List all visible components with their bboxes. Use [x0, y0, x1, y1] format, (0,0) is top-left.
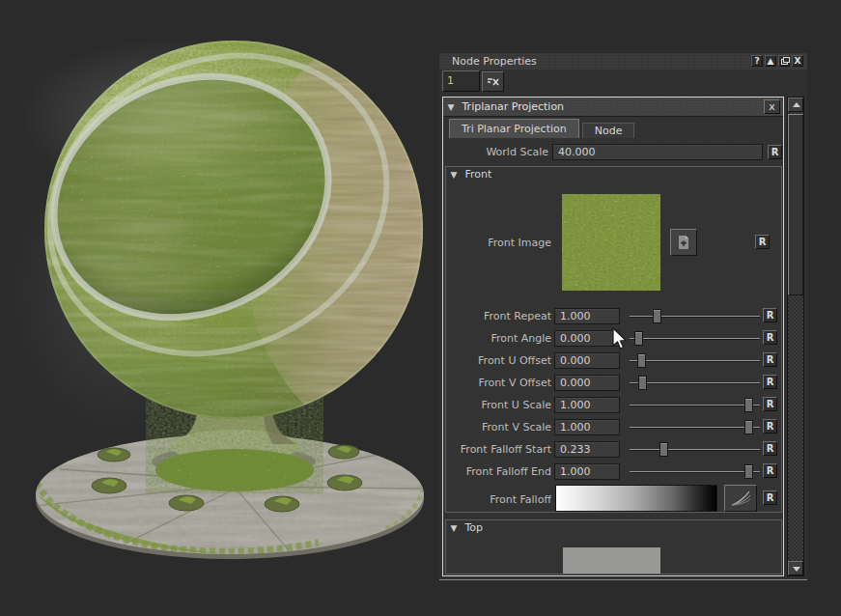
parameter-value-field[interactable]: 1.000: [554, 463, 620, 480]
material-preview-viewport[interactable]: [0, 0, 444, 616]
group-close-button[interactable]: x: [764, 99, 780, 114]
slider-handle[interactable]: [659, 442, 668, 457]
close-icon[interactable]: X: [792, 55, 803, 67]
parameter-label: Front U Scale: [446, 399, 551, 411]
scrollbar-thumb[interactable]: [788, 114, 803, 295]
parameter-slider[interactable]: [630, 420, 760, 434]
clear-selection-button[interactable]: [482, 71, 504, 92]
slider-track[interactable]: [630, 382, 760, 383]
parameter-slider[interactable]: [630, 331, 760, 346]
tab-tri-planar-projection[interactable]: Tri Planar Projection: [449, 119, 579, 138]
caret-down-icon[interactable]: ▼: [446, 167, 462, 182]
falloff-curve-button[interactable]: [724, 485, 757, 512]
scrollbar-up-button[interactable]: [788, 98, 803, 112]
maximize-icon[interactable]: ▲: [765, 55, 776, 67]
panel-title: Node Properties: [439, 55, 537, 68]
slider-handle[interactable]: [637, 353, 646, 368]
top-section-title: Top: [465, 521, 484, 534]
slider-track[interactable]: [630, 360, 760, 361]
parameter-row: Front U Offset 0.000 R: [446, 352, 783, 369]
panel-titlebar[interactable]: Node Properties ? ▲ X: [439, 53, 807, 70]
world-scale-reset-button[interactable]: R: [768, 145, 782, 159]
caret-down-icon[interactable]: ▼: [446, 520, 462, 536]
parameter-label: Front V Scale: [446, 421, 551, 434]
slider-track[interactable]: [630, 316, 760, 317]
front-image-label: Front Image: [446, 237, 551, 249]
parameter-row: Front Repeat 1.000 R: [446, 308, 783, 324]
parameter-slider[interactable]: [630, 442, 760, 457]
parameter-label: Front Falloff Start: [446, 443, 551, 456]
restore-icon[interactable]: [778, 55, 790, 67]
parameter-value-field[interactable]: 1.000: [554, 419, 620, 435]
world-scale-field[interactable]: 40.000: [552, 144, 763, 160]
parameter-label: Front U Offset: [446, 354, 551, 367]
slider-handle[interactable]: [634, 331, 643, 346]
parameter-reset-button[interactable]: R: [763, 441, 777, 456]
parameter-reset-button[interactable]: R: [763, 463, 777, 478]
parameter-value-field[interactable]: 0.000: [554, 352, 620, 369]
front-image-reset-button[interactable]: R: [755, 235, 770, 249]
parameter-reset-button[interactable]: R: [763, 330, 777, 345]
scrollbar-down-button[interactable]: [788, 561, 803, 575]
parameter-label: Front Falloff End: [446, 465, 551, 478]
slider-track[interactable]: [630, 471, 760, 472]
preview-sphere: [2, 3, 444, 444]
front-falloff-gradient[interactable]: [555, 485, 717, 512]
parameter-row: Front V Scale 1.000 R: [446, 419, 783, 435]
parameter-label: Front Repeat: [446, 310, 551, 322]
help-icon[interactable]: ?: [751, 55, 763, 67]
slider-track[interactable]: [630, 338, 760, 339]
tab-bar: Tri Planar Projection Node: [449, 120, 634, 138]
front-section-header[interactable]: ▼ Front: [446, 167, 781, 182]
parameter-slider[interactable]: [630, 376, 760, 390]
parameter-label: Front V Offset: [446, 377, 551, 389]
parameter-slider[interactable]: [630, 398, 760, 412]
front-image-thumbnail[interactable]: [562, 194, 660, 291]
parameter-reset-button[interactable]: R: [763, 352, 777, 367]
node-index-field[interactable]: 1: [442, 70, 480, 92]
clear-list-icon: [487, 76, 500, 88]
slider-track[interactable]: [630, 405, 760, 406]
load-image-button[interactable]: [670, 229, 697, 256]
parameter-label: Front Angle: [446, 332, 551, 345]
parameter-row: Front V Offset 0.000 R: [446, 375, 783, 391]
parameter-slider[interactable]: [630, 353, 760, 368]
preview-sphere-render: [0, 0, 444, 616]
parameter-value-field[interactable]: 1.000: [554, 397, 620, 413]
node-properties-panel: Node Properties ? ▲ X 1 ▼ Triplanar Proj…: [439, 53, 807, 580]
parameter-reset-button[interactable]: R: [763, 419, 777, 434]
tab-node[interactable]: Node: [582, 123, 635, 138]
world-scale-row: World Scale 40.000 R: [443, 144, 783, 161]
parameter-value-field[interactable]: 0.000: [554, 375, 620, 391]
top-image-thumbnail[interactable]: [563, 547, 660, 574]
parameter-slider[interactable]: [630, 309, 760, 323]
slider-handle[interactable]: [744, 464, 753, 479]
front-falloff-row: Front Falloff R: [446, 485, 783, 513]
front-section-title: Front: [465, 168, 492, 181]
parameter-reset-button[interactable]: R: [763, 308, 777, 322]
slider-handle[interactable]: [653, 309, 661, 323]
parameter-value-field[interactable]: 1.000: [554, 308, 620, 324]
parameter-reset-button[interactable]: R: [763, 397, 777, 411]
slider-track[interactable]: [630, 427, 760, 428]
slider-handle[interactable]: [744, 420, 753, 434]
parameter-slider[interactable]: [630, 464, 760, 479]
parameter-row: Front U Scale 1.000 R: [446, 397, 783, 413]
file-upload-icon: [676, 235, 691, 250]
slider-handle[interactable]: [744, 398, 753, 412]
top-section-header[interactable]: ▼ Top: [446, 520, 781, 536]
panel-scrollbar[interactable]: [787, 97, 804, 576]
caret-down-icon[interactable]: ▼: [443, 98, 459, 117]
top-section: ▼ Top: [445, 519, 782, 574]
group-header[interactable]: ▼ Triplanar Projection x: [443, 98, 783, 117]
parameter-value-field[interactable]: 0.233: [554, 441, 620, 458]
parameter-value-field[interactable]: 0.000: [554, 330, 620, 347]
arrow-down-icon: [793, 567, 800, 572]
front-falloff-reset-button[interactable]: R: [763, 490, 777, 505]
curve-icon: [730, 490, 751, 507]
slider-track[interactable]: [630, 449, 760, 450]
world-scale-label: World Scale: [443, 146, 548, 158]
parameter-row: Front Falloff End 1.000 R: [446, 463, 783, 480]
parameter-reset-button[interactable]: R: [763, 375, 777, 389]
slider-handle[interactable]: [638, 376, 647, 390]
